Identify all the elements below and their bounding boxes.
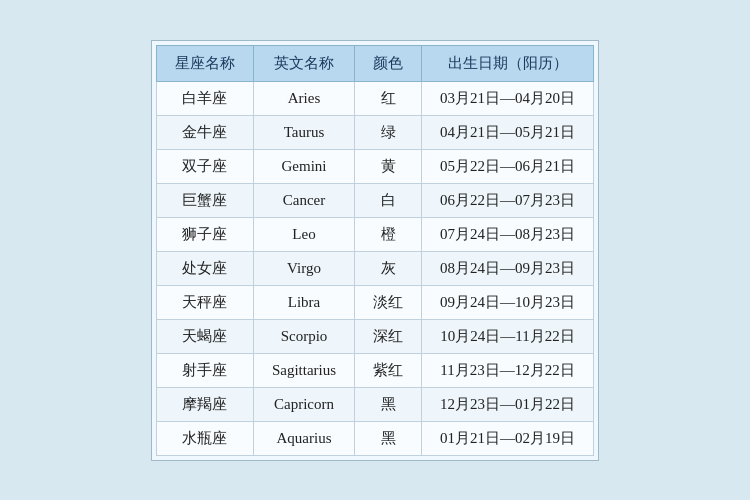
zodiac-table-container: 星座名称英文名称颜色出生日期（阳历） 白羊座Aries红03月21日—04月20… <box>151 40 599 461</box>
table-cell: 10月24日—11月22日 <box>422 319 594 353</box>
table-cell: 狮子座 <box>156 217 253 251</box>
table-cell: 水瓶座 <box>156 421 253 455</box>
table-cell: 天秤座 <box>156 285 253 319</box>
table-cell: 巨蟹座 <box>156 183 253 217</box>
table-cell: 白羊座 <box>156 81 253 115</box>
table-cell: 黑 <box>355 387 422 421</box>
table-cell: 摩羯座 <box>156 387 253 421</box>
table-cell: Cancer <box>253 183 354 217</box>
table-cell: 射手座 <box>156 353 253 387</box>
table-row: 巨蟹座Cancer白06月22日—07月23日 <box>156 183 593 217</box>
table-row: 天蝎座Scorpio深红10月24日—11月22日 <box>156 319 593 353</box>
table-row: 狮子座Leo橙07月24日—08月23日 <box>156 217 593 251</box>
table-row: 射手座Sagittarius紫红11月23日—12月22日 <box>156 353 593 387</box>
table-cell: 12月23日—01月22日 <box>422 387 594 421</box>
table-cell: Leo <box>253 217 354 251</box>
table-column-header: 出生日期（阳历） <box>422 45 594 81</box>
table-row: 金牛座Taurus绿04月21日—05月21日 <box>156 115 593 149</box>
table-cell: 绿 <box>355 115 422 149</box>
table-row: 天秤座Libra淡红09月24日—10月23日 <box>156 285 593 319</box>
table-cell: Capricorn <box>253 387 354 421</box>
table-cell: 04月21日—05月21日 <box>422 115 594 149</box>
table-row: 处女座Virgo灰08月24日—09月23日 <box>156 251 593 285</box>
table-cell: 淡红 <box>355 285 422 319</box>
table-column-header: 颜色 <box>355 45 422 81</box>
table-cell: Libra <box>253 285 354 319</box>
table-row: 摩羯座Capricorn黑12月23日—01月22日 <box>156 387 593 421</box>
table-cell: 紫红 <box>355 353 422 387</box>
table-cell: Virgo <box>253 251 354 285</box>
table-cell: 06月22日—07月23日 <box>422 183 594 217</box>
table-cell: 天蝎座 <box>156 319 253 353</box>
table-cell: Sagittarius <box>253 353 354 387</box>
table-cell: 05月22日—06月21日 <box>422 149 594 183</box>
table-cell: Taurus <box>253 115 354 149</box>
table-cell: 白 <box>355 183 422 217</box>
table-row: 水瓶座Aquarius黑01月21日—02月19日 <box>156 421 593 455</box>
table-body: 白羊座Aries红03月21日—04月20日金牛座Taurus绿04月21日—0… <box>156 81 593 455</box>
table-cell: 黑 <box>355 421 422 455</box>
table-column-header: 星座名称 <box>156 45 253 81</box>
table-cell: 处女座 <box>156 251 253 285</box>
table-cell: 11月23日—12月22日 <box>422 353 594 387</box>
table-cell: Gemini <box>253 149 354 183</box>
table-header-row: 星座名称英文名称颜色出生日期（阳历） <box>156 45 593 81</box>
zodiac-table: 星座名称英文名称颜色出生日期（阳历） 白羊座Aries红03月21日—04月20… <box>156 45 594 456</box>
table-row: 白羊座Aries红03月21日—04月20日 <box>156 81 593 115</box>
table-cell: Scorpio <box>253 319 354 353</box>
table-cell: 08月24日—09月23日 <box>422 251 594 285</box>
table-cell: 金牛座 <box>156 115 253 149</box>
table-column-header: 英文名称 <box>253 45 354 81</box>
table-cell: Aries <box>253 81 354 115</box>
table-cell: 深红 <box>355 319 422 353</box>
table-cell: 灰 <box>355 251 422 285</box>
table-cell: 黄 <box>355 149 422 183</box>
table-row: 双子座Gemini黄05月22日—06月21日 <box>156 149 593 183</box>
table-cell: 双子座 <box>156 149 253 183</box>
table-cell: 01月21日—02月19日 <box>422 421 594 455</box>
table-cell: 橙 <box>355 217 422 251</box>
table-cell: 07月24日—08月23日 <box>422 217 594 251</box>
table-cell: 03月21日—04月20日 <box>422 81 594 115</box>
table-cell: Aquarius <box>253 421 354 455</box>
table-cell: 红 <box>355 81 422 115</box>
table-cell: 09月24日—10月23日 <box>422 285 594 319</box>
